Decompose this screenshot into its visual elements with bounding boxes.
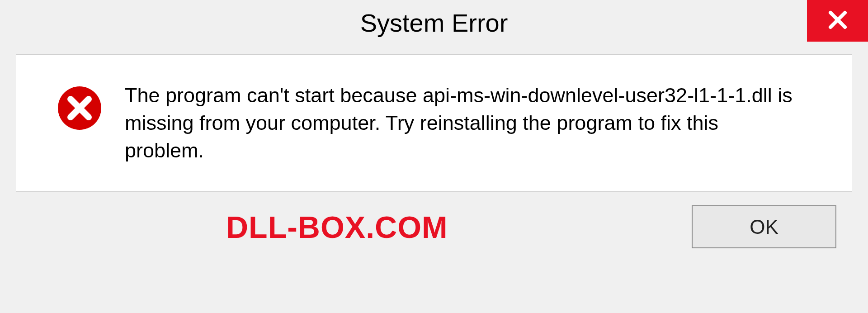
titlebar: System Error	[0, 0, 868, 45]
window-title: System Error	[360, 8, 508, 38]
watermark-text: DLL-BOX.COM	[226, 209, 448, 245]
ok-button[interactable]: OK	[692, 205, 836, 248]
dialog-footer: DLL-BOX.COM OK	[0, 192, 868, 262]
error-icon	[57, 85, 102, 133]
close-button[interactable]	[807, 0, 868, 42]
error-message: The program can't start because api-ms-w…	[125, 82, 803, 164]
dialog-content: The program can't start because api-ms-w…	[16, 54, 852, 192]
close-icon	[827, 9, 849, 33]
